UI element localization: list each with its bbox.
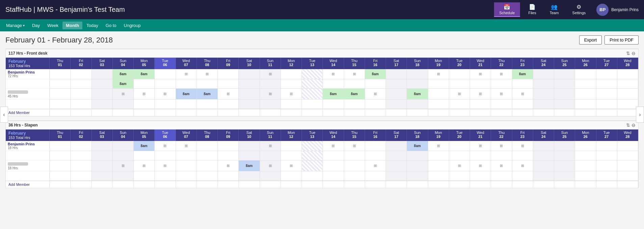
- day-cell[interactable]: ⊞: [428, 141, 449, 151]
- calendar-header: February 153 Total Hrs Thu01Fri02Sat03Su…: [6, 58, 638, 69]
- day-cell: [281, 79, 302, 89]
- day-cell[interactable]: ⊞: [113, 161, 134, 171]
- add-member-button[interactable]: Add Member: [6, 181, 50, 188]
- day-header-19: Mon19: [428, 58, 449, 69]
- day-cell[interactable]: ⊞: [470, 161, 491, 171]
- day-cell: [554, 89, 575, 99]
- day-cell[interactable]: ⊞: [491, 89, 512, 99]
- collapse-icon: ⊖: [632, 122, 636, 128]
- day-header-03: Sat03: [92, 130, 113, 141]
- day-cell[interactable]: ⊞: [134, 161, 155, 171]
- day-cell: [176, 151, 197, 161]
- day-cell[interactable]: ⊞: [365, 161, 386, 171]
- day-cell: [575, 171, 596, 181]
- day-cell[interactable]: ⊞: [218, 161, 239, 171]
- manage-button[interactable]: Manage ▾: [3, 22, 28, 29]
- day-cell: [407, 99, 428, 109]
- day-cell[interactable]: ⊞: [344, 141, 365, 151]
- day-cell[interactable]: ⊞: [134, 89, 155, 99]
- member-row: 45 Hrs⊞⊞⊞8am8am⊞⊞⊞8am8am⊞8am⊞⊞⊞⊞: [6, 89, 638, 99]
- next-nav-arrow[interactable]: ›: [636, 107, 644, 123]
- day-cell: [533, 151, 554, 161]
- day-cell[interactable]: ⊞: [470, 69, 491, 79]
- day-cell[interactable]: ⊞: [512, 161, 533, 171]
- group-controls[interactable]: ⇅ ⊖: [626, 51, 636, 56]
- day-cell[interactable]: ⊞: [281, 161, 302, 171]
- day-cell[interactable]: ⊞: [470, 141, 491, 151]
- day-cell: [155, 151, 176, 161]
- day-cell[interactable]: ⊞: [260, 161, 281, 171]
- month-name: February: [8, 59, 47, 64]
- day-cell[interactable]: ⊞: [428, 69, 449, 79]
- day-cell[interactable]: ⊞: [113, 89, 134, 99]
- day-cell: [50, 79, 71, 89]
- day-cell[interactable]: ⊞: [470, 89, 491, 99]
- day-header-21: Wed21: [470, 58, 491, 69]
- day-header-11: Sun11: [260, 58, 281, 69]
- goto-button[interactable]: Go to: [102, 22, 120, 29]
- week-button[interactable]: Week: [44, 22, 62, 29]
- day-cell: [176, 161, 197, 171]
- day-header-18: Sun18: [407, 58, 428, 69]
- schedule-container: 117 Hrs - Front desk ⇅ ⊖ February 153 To…: [5, 49, 639, 188]
- person-hrs: 18 Hrs: [8, 166, 47, 170]
- day-cell[interactable]: ⊞: [281, 89, 302, 99]
- day-header-22: Thu22: [491, 58, 512, 69]
- day-cell[interactable]: ⊞: [155, 161, 176, 171]
- day-cell: 8am: [197, 89, 218, 99]
- day-cell[interactable]: ⊞: [512, 141, 533, 151]
- day-cell: [617, 171, 638, 181]
- nav-schedule[interactable]: 📅 Schedule: [494, 2, 520, 17]
- day-cell[interactable]: ⊞: [491, 161, 512, 171]
- day-cell[interactable]: ⊞: [491, 141, 512, 151]
- day-header-26: Mon26: [575, 58, 596, 69]
- day-cell: [323, 171, 344, 181]
- day-cell[interactable]: ⊞: [260, 141, 281, 151]
- day-cell: [218, 69, 239, 79]
- day-button[interactable]: Day: [29, 22, 43, 29]
- add-member-fill-cell: [71, 109, 92, 116]
- day-header-11: Sun11: [260, 130, 281, 141]
- day-cell: [617, 151, 638, 161]
- day-cell[interactable]: ⊞: [491, 69, 512, 79]
- group-header: 36 Hrs - Slapen ⇅ ⊖: [6, 121, 638, 130]
- day-cell[interactable]: ⊞: [449, 89, 470, 99]
- export-button[interactable]: Export: [579, 35, 602, 45]
- group-controls[interactable]: ⇅ ⊖: [626, 122, 636, 128]
- month-button[interactable]: Month: [62, 22, 82, 29]
- day-cell[interactable]: ⊞: [260, 89, 281, 99]
- day-cell[interactable]: ⊞: [512, 89, 533, 99]
- calendar-header: February 153 Total Hrs Thu01Fri02Sat03Su…: [6, 130, 638, 141]
- group-title: 36 Hrs - Slapen: [8, 123, 38, 127]
- nav-files[interactable]: 📄 Files: [523, 2, 541, 17]
- day-cell[interactable]: ⊞: [323, 141, 344, 151]
- day-cell[interactable]: ⊞: [197, 69, 218, 79]
- print-button[interactable]: Print to PDF: [604, 35, 639, 45]
- day-header-13: Tue13: [302, 130, 323, 141]
- day-cell[interactable]: ⊞: [344, 69, 365, 79]
- ungroup-button[interactable]: Ungroup: [121, 22, 144, 29]
- day-header-20: Tue20: [449, 130, 470, 141]
- member-row: 8am: [6, 79, 638, 89]
- person-hrs: 72 Hrs: [8, 74, 47, 78]
- day-cell[interactable]: ⊞: [155, 89, 176, 99]
- day-cell: [596, 69, 617, 79]
- day-header-28: Wed28: [617, 58, 638, 69]
- day-cell[interactable]: ⊞: [155, 141, 176, 151]
- nav-settings[interactable]: ⚙ Settings: [567, 2, 591, 17]
- day-cell[interactable]: ⊞: [449, 161, 470, 171]
- day-cell[interactable]: ⊞: [260, 69, 281, 79]
- day-cell: [92, 69, 113, 79]
- day-cell: [449, 79, 470, 89]
- prev-nav-arrow[interactable]: ‹: [0, 107, 8, 123]
- add-member-button[interactable]: Add Member: [6, 109, 50, 116]
- day-cell[interactable]: ⊞: [365, 89, 386, 99]
- day-cell[interactable]: ⊞: [176, 141, 197, 151]
- day-cell[interactable]: ⊞: [218, 89, 239, 99]
- today-button[interactable]: Today: [83, 22, 102, 29]
- day-cell[interactable]: ⊞: [323, 69, 344, 79]
- day-cell: [407, 171, 428, 181]
- day-cell[interactable]: ⊞: [176, 69, 197, 79]
- user-name: Benjamin Prins: [611, 7, 639, 12]
- nav-team[interactable]: 👥 Team: [544, 2, 564, 17]
